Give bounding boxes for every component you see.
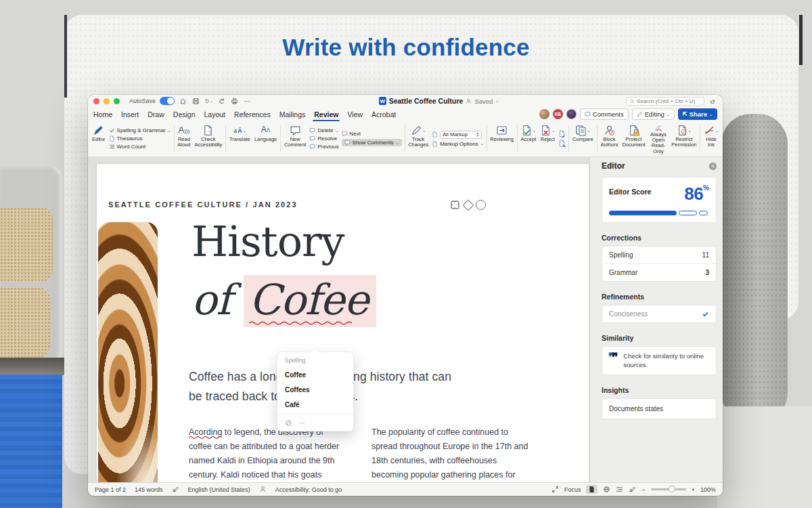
close-window-button[interactable] [93, 98, 99, 104]
avatar[interactable]: KB [553, 109, 563, 119]
word-count-button[interactable]: Word Count [109, 144, 171, 150]
ignore-icon[interactable] [285, 419, 292, 427]
previous-comment-button[interactable]: Previous [309, 144, 338, 150]
zoom-out-button[interactable]: − [641, 486, 645, 493]
focus-label[interactable]: Focus [564, 486, 581, 493]
next-change-icon[interactable] [558, 140, 566, 147]
editing-mode-button[interactable]: Editing ⌄ [632, 108, 675, 120]
previous-change-icon[interactable] [558, 130, 566, 137]
zoom-window-button[interactable] [114, 98, 120, 104]
similarity-card[interactable]: ❞❞ Check for similarity to online source… [602, 347, 716, 375]
save-status[interactable]: Saved [474, 98, 493, 105]
reviewing-pane-button[interactable]: Reviewing [488, 123, 516, 154]
editor-button[interactable]: Editor [90, 123, 108, 154]
page-indicator[interactable]: Page 1 of 2 [95, 486, 126, 493]
restrict-permission-button[interactable]: ⌄ RestrictPermission [669, 123, 698, 154]
print-layout-view-button[interactable] [586, 485, 597, 494]
suggestion-coffee[interactable]: Coffee [285, 371, 346, 379]
save-icon[interactable] [191, 97, 200, 106]
resolve-comment-button[interactable]: Resolve [309, 135, 338, 142]
close-icon[interactable]: ✕ [709, 163, 717, 170]
markup-options-button[interactable]: Markup Options⌄ [432, 141, 484, 147]
accessibility-icon [259, 486, 267, 493]
spelling-grammar-button[interactable]: Spelling & Grammar⌄ [109, 127, 171, 133]
always-open-read-only-button[interactable]: Always OpenRead-Only [648, 123, 670, 154]
redo-icon[interactable] [217, 97, 226, 106]
tab-design[interactable]: Design [173, 110, 196, 121]
zoom-level[interactable]: 100% [700, 486, 716, 493]
block-authors-button[interactable]: BlockAuthors [599, 123, 621, 154]
draft-view-button[interactable] [629, 486, 636, 493]
outline-view-button[interactable] [616, 486, 623, 493]
check-accessibility-button[interactable]: ☆ CheckAccessibility [192, 123, 224, 154]
spelling-correction-row[interactable]: Spelling11 [602, 247, 716, 263]
delete-comment-button[interactable]: Delete⌄ [309, 127, 338, 133]
track-changes-button[interactable]: ⌄ TrackChanges [406, 123, 430, 154]
web-layout-view-button[interactable] [603, 486, 610, 493]
search-input[interactable] [637, 98, 701, 104]
thesaurus-button[interactable]: Thesaurus [109, 135, 171, 142]
comment-icon [585, 111, 591, 117]
suggestion-cafe[interactable]: Café [285, 401, 346, 408]
feedback-icon[interactable] [708, 97, 717, 106]
tab-home[interactable]: Home [93, 110, 112, 121]
translate-button[interactable]: aÄ⌄ Translate [227, 123, 252, 154]
misspelled-word-highlight[interactable]: Cofee [244, 275, 376, 327]
language-button[interactable]: Aᐱ Language [252, 123, 279, 154]
more-options-icon[interactable]: ⋯ [298, 419, 307, 427]
read-aloud-button[interactable]: A))) ReadAloud [175, 123, 192, 154]
autosave-label: AutoSave [129, 98, 156, 104]
body-column-right[interactable]: The popularity of coffee continued to sp… [371, 425, 528, 482]
insights-row[interactable]: Documents states [602, 399, 716, 419]
tab-insert[interactable]: Insert [121, 110, 139, 121]
focus-icon[interactable] [551, 486, 559, 493]
tab-layout[interactable]: Layout [204, 110, 225, 121]
tab-references[interactable]: References [234, 110, 271, 121]
share-button[interactable]: ⇱ Share ⌄ [678, 108, 717, 120]
accept-button[interactable]: ⌄ Accept [518, 123, 538, 154]
comments-button[interactable]: Comments [580, 108, 629, 120]
home-icon[interactable] [179, 97, 187, 106]
restrict-permission-icon [677, 125, 688, 136]
grammar-correction-row[interactable]: Grammar3 [602, 263, 716, 281]
show-comments-button[interactable]: Show Comments⌄ [342, 139, 402, 146]
protect-document-button[interactable]: ProtectDocument [620, 123, 647, 154]
tab-acrobat[interactable]: Acrobat [371, 110, 396, 121]
more-icon[interactable]: ⋯ [243, 97, 252, 106]
popup-divider [277, 415, 353, 415]
minimize-window-button[interactable] [104, 98, 110, 104]
word-count-status[interactable]: 145 words [135, 486, 163, 493]
tab-view[interactable]: View [347, 110, 363, 121]
tab-review[interactable]: Review [314, 110, 338, 121]
zoom-slider[interactable] [651, 488, 686, 490]
body-column-left[interactable]: Acording to legend, the discovery of cof… [189, 425, 339, 482]
delete-comment-icon [309, 127, 315, 133]
zoom-slider-knob[interactable] [669, 486, 675, 492]
all-markup-dropdown[interactable]: All Markup ▲▼ [440, 131, 482, 139]
tab-draw[interactable]: Draw [148, 110, 164, 121]
avatar[interactable] [566, 109, 577, 119]
accessibility-status[interactable]: Accessibility: Good to go [275, 486, 342, 493]
word-count-icon [109, 144, 115, 150]
document-page[interactable]: SEATTLE COFFEE CULTURE / JAN 2023 Histor… [97, 164, 589, 482]
language-status[interactable]: English (United States) [188, 486, 250, 493]
compare-button[interactable]: ⌄ Compare [570, 123, 595, 154]
search-box[interactable] [626, 97, 704, 106]
autosave-toggle[interactable] [160, 97, 175, 105]
next-comment-button[interactable]: Next [342, 131, 402, 137]
tab-mailings[interactable]: Mailings [279, 110, 306, 121]
avatar[interactable] [539, 109, 549, 119]
zoom-in-button[interactable]: + [692, 486, 695, 493]
reject-button[interactable]: ⌄ Reject [538, 123, 557, 154]
misspelled-word[interactable]: Acording [189, 427, 222, 437]
proofing-status-icon[interactable] [172, 486, 179, 493]
chevron-down-icon: ⌄ [709, 112, 713, 117]
conciseness-row[interactable]: Conciseness [602, 305, 716, 322]
print-icon[interactable] [230, 97, 239, 106]
new-comment-button[interactable]: NewComment [282, 123, 309, 154]
check-icon [702, 310, 709, 318]
suggestion-coffees[interactable]: Coffees [285, 386, 346, 394]
document-title[interactable]: Seattle Coffee Culture [389, 97, 464, 105]
hide-ink-button[interactable]: ⌄ Hide Ink [702, 123, 721, 154]
undo-icon[interactable]: ⌄ [204, 97, 213, 106]
